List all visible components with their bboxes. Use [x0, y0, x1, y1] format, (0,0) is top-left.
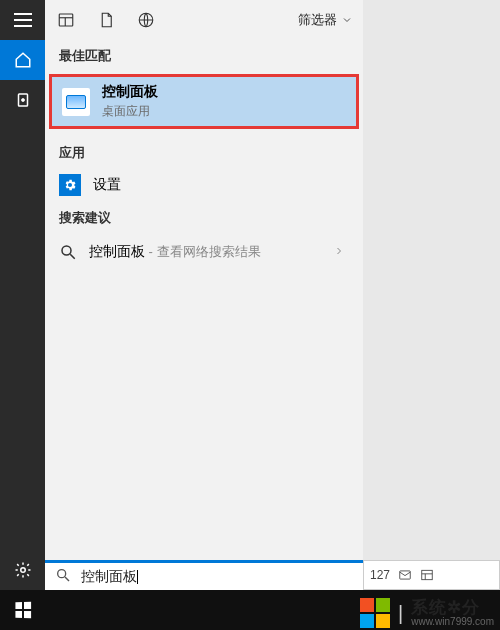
svg-line-12: [65, 577, 69, 581]
svg-rect-13: [400, 571, 411, 579]
search-icon: [59, 243, 77, 261]
clipboard-icon: [14, 91, 32, 109]
best-match-subtitle: 桌面应用: [102, 103, 158, 120]
hamburger-button[interactable]: [0, 0, 45, 40]
svg-rect-5: [59, 14, 73, 26]
news-icon: [57, 11, 75, 29]
scope-web-button[interactable]: [135, 9, 157, 31]
globe-icon: [137, 11, 155, 29]
svg-point-2: [20, 568, 25, 573]
expand-suggestion[interactable]: [333, 245, 345, 260]
tray-number: 127: [370, 568, 390, 582]
settings-app-icon: [59, 174, 81, 196]
search-icon: [55, 567, 71, 586]
app-result-label: 设置: [93, 176, 121, 194]
svg-point-11: [58, 570, 66, 578]
settings-gear-button[interactable]: [0, 550, 45, 590]
windows-logo-icon: [15, 602, 31, 619]
svg-point-9: [62, 246, 71, 255]
apps-header: 应用: [45, 137, 363, 168]
scope-toolbar: 筛选器: [45, 0, 363, 40]
svg-point-1: [21, 99, 24, 102]
document-icon: [97, 11, 115, 29]
search-results-panel: 筛选器 最佳匹配 控制面板 桌面应用 应用 设置 搜索建议 控制面板 - 查看网…: [45, 0, 363, 560]
cortana-search-box[interactable]: 控制面板: [45, 560, 363, 590]
taskbar: [0, 590, 500, 630]
chevron-right-icon: [333, 245, 345, 257]
start-button[interactable]: [0, 590, 45, 630]
svg-rect-14: [422, 570, 433, 579]
search-input-value: 控制面板: [81, 568, 137, 586]
suggestion-hint: - 查看网络搜索结果: [145, 244, 261, 259]
scope-documents-button[interactable]: [95, 9, 117, 31]
gear-icon: [14, 561, 32, 579]
layout-icon: [420, 568, 434, 582]
app-result-settings[interactable]: 设置: [45, 168, 363, 202]
chevron-down-icon: [341, 14, 353, 26]
web-suggestion[interactable]: 控制面板 - 查看网络搜索结果: [45, 233, 363, 271]
best-match-result[interactable]: 控制面板 桌面应用: [49, 74, 359, 129]
tray-strip: 127: [363, 560, 500, 590]
hamburger-icon: [14, 13, 32, 27]
scope-news-button[interactable]: [55, 9, 77, 31]
best-match-title: 控制面板: [102, 83, 158, 101]
suggestions-header: 搜索建议: [45, 202, 363, 233]
filter-dropdown[interactable]: 筛选器: [298, 11, 353, 29]
best-match-header: 最佳匹配: [45, 40, 363, 71]
start-left-rail: [0, 0, 45, 630]
home-icon: [14, 51, 32, 69]
filter-label: 筛选器: [298, 11, 337, 29]
control-panel-icon: [62, 88, 90, 116]
home-button[interactable]: [0, 40, 45, 80]
suggestion-term: 控制面板: [89, 243, 145, 259]
clipboard-button[interactable]: [0, 80, 45, 120]
mail-icon: [398, 568, 412, 582]
svg-line-10: [70, 254, 75, 259]
